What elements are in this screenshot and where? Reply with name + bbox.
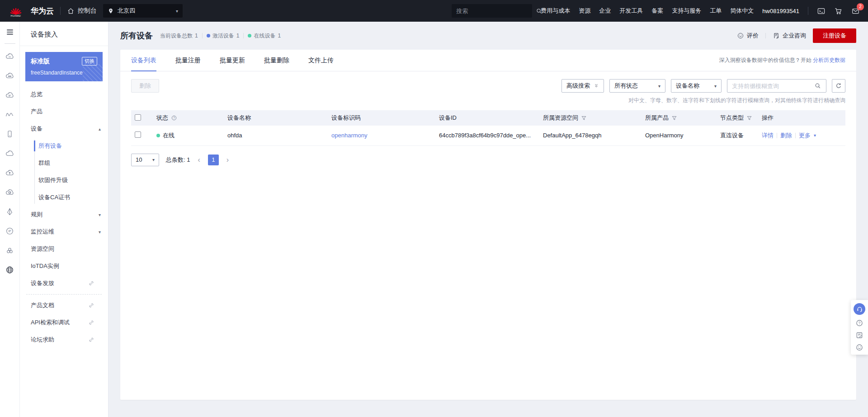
customer-service-icon[interactable] [854, 303, 865, 315]
sidebar-item-product-docs[interactable]: 产品文档 [20, 297, 108, 314]
cloud-upload-icon[interactable] [5, 168, 14, 179]
filter-funnel-icon[interactable] [581, 115, 587, 121]
stat-value: 1 [278, 33, 281, 39]
cloud-server-icon[interactable] [5, 52, 14, 63]
detail-action-link[interactable]: 详情 [762, 131, 774, 140]
cloud-sync-icon[interactable] [5, 187, 14, 199]
topbar-menu-support[interactable]: 支持与服务 [672, 7, 701, 15]
node-id-link[interactable]: openharmony [331, 132, 368, 139]
device-search-box[interactable] [727, 79, 826, 93]
more-action-link[interactable]: 更多 [799, 131, 811, 140]
cloud-icon[interactable] [5, 149, 14, 160]
search-field-value: 设备名称 [676, 82, 699, 90]
instance-card[interactable]: 标准版 切换 freeStandardInstance [25, 52, 103, 81]
sidebar-item-groups[interactable]: 群组 [20, 155, 108, 172]
cli-terminal-icon[interactable] [817, 7, 826, 15]
cart-icon[interactable] [834, 7, 843, 15]
double-chevron-down-icon [594, 83, 599, 89]
current-page-button[interactable]: 1 [208, 155, 219, 165]
page-header: 所有设备 当前设备总数 1 激活设备 1 在线设备 1 [108, 22, 868, 50]
svg-text:?: ? [173, 116, 175, 119]
device-id-cell: 64ccb789f3a8cf64b9c97dde_ope... [439, 132, 531, 139]
device-tablet-icon[interactable] [5, 129, 14, 141]
menu-hamburger-icon[interactable] [5, 28, 14, 38]
chevron-down-icon: ▾ [714, 84, 717, 89]
satisfaction-smiley-icon[interactable] [855, 343, 863, 351]
topbar-menu-ticket[interactable]: 工单 [710, 7, 722, 15]
filter-tools: 高级搜索 所有状态 ▾ 设备名称 ▾ [561, 79, 845, 93]
select-all-checkbox[interactable] [135, 114, 141, 121]
search-icon[interactable] [814, 82, 821, 89]
instance-name: freeStandardInstance [31, 70, 97, 76]
topbar-menu-enterprise[interactable]: 企业 [599, 7, 611, 15]
column-node-type: 节点类型 [720, 114, 744, 122]
page-size-select[interactable]: 10 ▾ [131, 154, 159, 166]
tab-batch-update[interactable]: 批量更新 [220, 50, 245, 71]
topbar-menu-language[interactable]: 简体中文 [730, 7, 754, 15]
sidebar-item-all-devices[interactable]: 所有设备 [20, 137, 108, 155]
wave-icon[interactable] [5, 110, 14, 121]
prev-page-button[interactable]: ‹ [197, 156, 201, 164]
row-checkbox[interactable] [135, 131, 141, 138]
filter-funnel-icon[interactable] [746, 115, 752, 121]
sidebar-item-iotda-instances[interactable]: IoTDA实例 [20, 258, 108, 275]
tab-batch-register[interactable]: 批量注册 [175, 50, 201, 71]
sidebar-item-devices[interactable]: 设备 ▴ [20, 120, 108, 137]
delete-action-link[interactable]: 删除 [780, 131, 792, 140]
cloud-more-icon[interactable] [5, 71, 14, 82]
globe-iot-icon[interactable] [5, 265, 14, 276]
region-selector[interactable]: 北京四 ▾ [103, 4, 183, 18]
sidebar-item-device-ca[interactable]: 设备CA证书 [20, 189, 108, 206]
account-name[interactable]: hw081993541 [762, 8, 799, 14]
device-search-input[interactable] [732, 83, 814, 89]
sidebar-item-api-explorer[interactable]: API检索和调试 [20, 314, 108, 331]
next-page-button[interactable]: › [226, 156, 230, 164]
sidebar-item-resource-spaces[interactable]: 资源空间 [20, 240, 108, 258]
tab-device-list[interactable]: 设备列表 [131, 50, 156, 71]
enterprise-consult-button[interactable]: 企业咨询 [773, 32, 806, 40]
advanced-search-toggle[interactable]: 高级搜索 [561, 79, 604, 93]
table-row[interactable]: 在线 ohfda openharmony 64ccb789f3a8cf64b9c… [131, 126, 845, 145]
refresh-button[interactable] [832, 79, 845, 93]
sidebar-item-overview[interactable]: 总览 [20, 86, 108, 103]
sidebar-item-label: 设备发放 [31, 279, 54, 287]
brand-name[interactable]: 华为云 [31, 6, 54, 16]
topbar-search[interactable] [452, 4, 532, 18]
help-icon[interactable]: ? [171, 115, 177, 121]
feedback-form-icon[interactable] [855, 331, 863, 339]
register-device-button[interactable]: 注册设备 [813, 28, 856, 43]
sidebar-item-device-provisioning[interactable]: 设备发放 [20, 275, 108, 292]
sidebar: 设备接入 标准版 切换 freeStandardInstance 总览 产品 设… [20, 22, 108, 417]
cloud-list-icon[interactable] [5, 90, 14, 102]
topbar-menu-icp[interactable]: 备案 [651, 7, 663, 15]
status-filter-select[interactable]: 所有状态 ▾ [609, 79, 665, 93]
sidebar-item-firmware-upgrade[interactable]: 软固件升级 [20, 172, 108, 189]
search-field-select[interactable]: 设备名称 ▾ [671, 79, 722, 93]
filter-funnel-icon[interactable] [671, 115, 677, 121]
cluster-group-icon[interactable] [5, 246, 14, 257]
sidebar-item-rules[interactable]: 规则 ▾ [20, 206, 108, 223]
delete-button[interactable]: 删除 [131, 79, 159, 93]
console-link[interactable]: 控制台 [67, 7, 97, 15]
prism-icon[interactable] [5, 207, 14, 218]
topbar-menu-resources[interactable]: 资源 [579, 7, 590, 15]
device-list-card: 设备列表 批量注册 批量更新 批量删除 文件上传 深入洞察设备数据中的价值信息？… [120, 50, 856, 400]
help-circle-icon[interactable]: ? [855, 319, 863, 327]
topbar-menu-devtools[interactable]: 开发工具 [619, 7, 643, 15]
sidebar-item-monitoring[interactable]: 监控运维 ▾ [20, 223, 108, 240]
tab-batch-delete[interactable]: 批量删除 [264, 50, 289, 71]
messages-icon[interactable]: 2 [851, 7, 860, 15]
topbar-divider [808, 7, 808, 15]
topbar-search-input[interactable] [456, 8, 536, 14]
instance-switch-button[interactable]: 切换 [82, 57, 97, 66]
feedback-button[interactable]: 评价 [737, 32, 759, 40]
ip-address-icon[interactable]: IP [5, 226, 14, 238]
analyze-history-link[interactable]: 分析历史数据 [813, 57, 845, 63]
table-header-row: 状态 ? 设备名称 设备标识码 设备ID 所属资源空间 [131, 110, 845, 126]
topbar-menu-cost[interactable]: 费用与成本 [541, 7, 570, 15]
home-icon [67, 7, 75, 15]
sidebar-item-products[interactable]: 产品 [20, 103, 108, 120]
tab-file-upload[interactable]: 文件上传 [308, 50, 334, 71]
sidebar-item-forum[interactable]: 论坛求助 [20, 331, 108, 348]
huawei-logo-icon[interactable]: HUAWEI [8, 5, 24, 17]
